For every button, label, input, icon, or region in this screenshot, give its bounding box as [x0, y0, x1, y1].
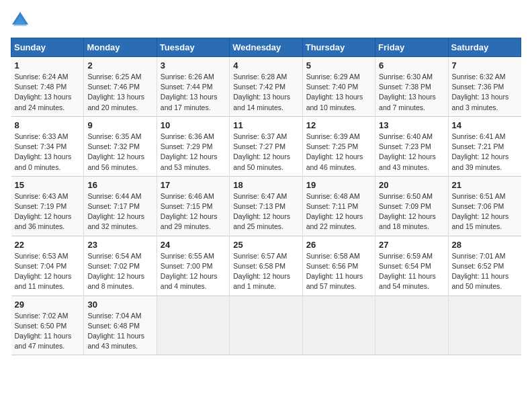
calendar-cell: 2Sunrise: 6:25 AM Sunset: 7:46 PM Daylig… — [84, 57, 157, 117]
day-number: 22 — [15, 240, 81, 250]
day-number: 20 — [379, 180, 444, 190]
calendar-cell: 25Sunrise: 6:57 AM Sunset: 6:58 PM Dayli… — [230, 236, 302, 295]
col-header-tuesday: Tuesday — [157, 38, 229, 57]
day-number: 3 — [161, 60, 226, 71]
day-number: 11 — [233, 120, 298, 130]
day-info: Sunrise: 6:50 AM Sunset: 7:09 PM Dayligh… — [379, 191, 444, 232]
day-number: 29 — [15, 300, 81, 310]
calendar-cell: 21Sunrise: 6:51 AM Sunset: 7:06 PM Dayli… — [448, 176, 521, 236]
day-info: Sunrise: 6:40 AM Sunset: 7:23 PM Dayligh… — [379, 132, 444, 173]
calendar-cell — [448, 295, 521, 355]
calendar-cell: 14Sunrise: 6:41 AM Sunset: 7:21 PM Dayli… — [448, 116, 521, 176]
day-info: Sunrise: 6:29 AM Sunset: 7:40 PM Dayligh… — [306, 72, 371, 113]
day-info: Sunrise: 6:36 AM Sunset: 7:29 PM Dayligh… — [161, 132, 226, 173]
day-info: Sunrise: 6:59 AM Sunset: 6:54 PM Dayligh… — [379, 251, 444, 292]
day-info: Sunrise: 6:39 AM Sunset: 7:25 PM Dayligh… — [306, 132, 371, 173]
calendar-cell: 23Sunrise: 6:54 AM Sunset: 7:02 PM Dayli… — [84, 236, 157, 295]
day-info: Sunrise: 6:44 AM Sunset: 7:17 PM Dayligh… — [87, 191, 152, 232]
calendar-cell: 11Sunrise: 6:37 AM Sunset: 7:27 PM Dayli… — [230, 116, 302, 176]
calendar-cell — [230, 295, 302, 355]
day-number: 4 — [233, 60, 298, 71]
calendar-cell: 12Sunrise: 6:39 AM Sunset: 7:25 PM Dayli… — [302, 116, 375, 176]
day-number: 1 — [15, 60, 81, 71]
day-info: Sunrise: 6:33 AM Sunset: 7:34 PM Dayligh… — [15, 132, 81, 173]
calendar-cell: 10Sunrise: 6:36 AM Sunset: 7:29 PM Dayli… — [157, 116, 229, 176]
logo-icon — [11, 11, 30, 30]
day-number: 16 — [87, 180, 152, 190]
day-number: 19 — [306, 180, 371, 190]
calendar-cell — [302, 295, 375, 355]
calendar-cell: 22Sunrise: 6:53 AM Sunset: 7:04 PM Dayli… — [11, 236, 84, 295]
col-header-thursday: Thursday — [302, 38, 375, 57]
day-number: 23 — [87, 240, 152, 250]
day-number: 10 — [161, 120, 226, 130]
calendar-cell: 13Sunrise: 6:40 AM Sunset: 7:23 PM Dayli… — [375, 116, 448, 176]
calendar-cell: 4Sunrise: 6:28 AM Sunset: 7:42 PM Daylig… — [230, 57, 302, 117]
day-number: 30 — [87, 300, 152, 310]
day-info: Sunrise: 6:47 AM Sunset: 7:13 PM Dayligh… — [233, 191, 298, 232]
col-header-saturday: Saturday — [448, 38, 521, 57]
day-number: 6 — [379, 60, 444, 71]
logo — [11, 11, 32, 30]
page-header — [11, 11, 521, 30]
day-info: Sunrise: 6:51 AM Sunset: 7:06 PM Dayligh… — [452, 191, 518, 232]
day-info: Sunrise: 6:25 AM Sunset: 7:46 PM Dayligh… — [87, 72, 152, 113]
day-info: Sunrise: 6:53 AM Sunset: 7:04 PM Dayligh… — [15, 251, 81, 292]
day-number: 5 — [306, 60, 371, 71]
day-number: 8 — [15, 120, 81, 130]
day-info: Sunrise: 6:35 AM Sunset: 7:32 PM Dayligh… — [87, 132, 152, 173]
day-info: Sunrise: 7:01 AM Sunset: 6:52 PM Dayligh… — [452, 251, 518, 292]
calendar-cell: 24Sunrise: 6:55 AM Sunset: 7:00 PM Dayli… — [157, 236, 229, 295]
day-info: Sunrise: 7:04 AM Sunset: 6:48 PM Dayligh… — [87, 311, 152, 352]
calendar-cell: 7Sunrise: 6:32 AM Sunset: 7:36 PM Daylig… — [448, 57, 521, 117]
day-number: 17 — [161, 180, 226, 190]
day-info: Sunrise: 6:55 AM Sunset: 7:00 PM Dayligh… — [161, 251, 226, 292]
calendar-cell: 30Sunrise: 7:04 AM Sunset: 6:48 PM Dayli… — [84, 295, 157, 355]
day-number: 7 — [452, 60, 518, 71]
day-info: Sunrise: 6:48 AM Sunset: 7:11 PM Dayligh… — [306, 191, 371, 232]
day-number: 12 — [306, 120, 371, 130]
calendar-cell: 28Sunrise: 7:01 AM Sunset: 6:52 PM Dayli… — [448, 236, 521, 295]
calendar-cell: 15Sunrise: 6:43 AM Sunset: 7:19 PM Dayli… — [11, 176, 84, 236]
day-number: 28 — [452, 240, 518, 250]
calendar-cell: 18Sunrise: 6:47 AM Sunset: 7:13 PM Dayli… — [230, 176, 302, 236]
calendar-cell: 6Sunrise: 6:30 AM Sunset: 7:38 PM Daylig… — [375, 57, 448, 117]
calendar-cell — [157, 295, 229, 355]
day-number: 27 — [379, 240, 444, 250]
day-number: 24 — [161, 240, 226, 250]
calendar-table: SundayMondayTuesdayWednesdayThursdayFrid… — [11, 38, 521, 355]
day-number: 26 — [306, 240, 371, 250]
day-info: Sunrise: 6:32 AM Sunset: 7:36 PM Dayligh… — [452, 72, 518, 113]
col-header-wednesday: Wednesday — [230, 38, 302, 57]
day-number: 13 — [379, 120, 444, 130]
calendar-cell: 20Sunrise: 6:50 AM Sunset: 7:09 PM Dayli… — [375, 176, 448, 236]
day-info: Sunrise: 6:46 AM Sunset: 7:15 PM Dayligh… — [161, 191, 226, 232]
day-info: Sunrise: 6:28 AM Sunset: 7:42 PM Dayligh… — [233, 72, 298, 113]
day-number: 25 — [233, 240, 298, 250]
col-header-sunday: Sunday — [11, 38, 84, 57]
day-number: 14 — [452, 120, 518, 130]
day-info: Sunrise: 6:57 AM Sunset: 6:58 PM Dayligh… — [233, 251, 298, 292]
day-info: Sunrise: 6:37 AM Sunset: 7:27 PM Dayligh… — [233, 132, 298, 173]
day-info: Sunrise: 6:43 AM Sunset: 7:19 PM Dayligh… — [15, 191, 81, 232]
col-header-monday: Monday — [84, 38, 157, 57]
day-number: 21 — [452, 180, 518, 190]
calendar-cell: 16Sunrise: 6:44 AM Sunset: 7:17 PM Dayli… — [84, 176, 157, 236]
calendar-cell: 17Sunrise: 6:46 AM Sunset: 7:15 PM Dayli… — [157, 176, 229, 236]
calendar-cell: 5Sunrise: 6:29 AM Sunset: 7:40 PM Daylig… — [302, 57, 375, 117]
day-info: Sunrise: 6:26 AM Sunset: 7:44 PM Dayligh… — [161, 72, 226, 113]
day-info: Sunrise: 7:02 AM Sunset: 6:50 PM Dayligh… — [15, 311, 81, 352]
day-number: 18 — [233, 180, 298, 190]
day-number: 15 — [15, 180, 81, 190]
day-info: Sunrise: 6:30 AM Sunset: 7:38 PM Dayligh… — [379, 72, 444, 113]
day-info: Sunrise: 6:58 AM Sunset: 6:56 PM Dayligh… — [306, 251, 371, 292]
calendar-cell: 27Sunrise: 6:59 AM Sunset: 6:54 PM Dayli… — [375, 236, 448, 295]
day-number: 9 — [87, 120, 152, 130]
col-header-friday: Friday — [375, 38, 448, 57]
calendar-cell: 29Sunrise: 7:02 AM Sunset: 6:50 PM Dayli… — [11, 295, 84, 355]
calendar-cell: 19Sunrise: 6:48 AM Sunset: 7:11 PM Dayli… — [302, 176, 375, 236]
calendar-cell: 1Sunrise: 6:24 AM Sunset: 7:48 PM Daylig… — [11, 57, 84, 117]
day-info: Sunrise: 6:24 AM Sunset: 7:48 PM Dayligh… — [15, 72, 81, 113]
calendar-cell: 3Sunrise: 6:26 AM Sunset: 7:44 PM Daylig… — [157, 57, 229, 117]
day-info: Sunrise: 6:54 AM Sunset: 7:02 PM Dayligh… — [87, 251, 152, 292]
